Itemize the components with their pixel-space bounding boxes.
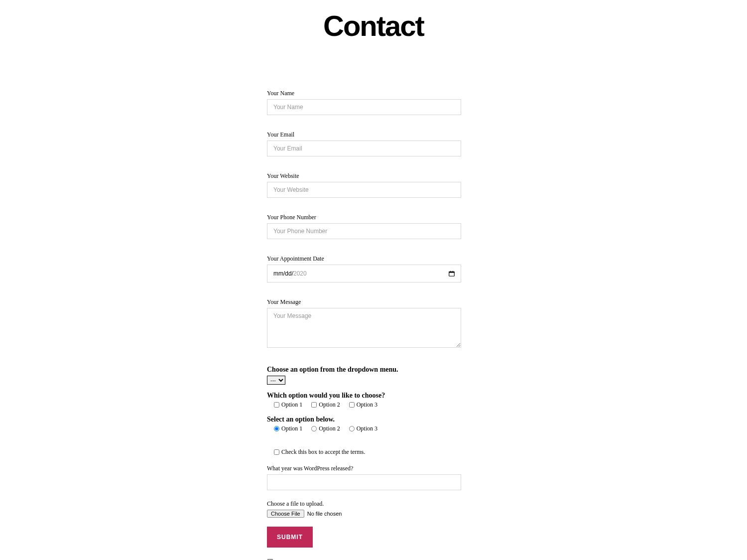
checkbox-1[interactable]	[274, 402, 279, 408]
checkbox-3[interactable]	[349, 402, 355, 408]
radio-2[interactable]	[311, 426, 317, 431]
svg-rect-1	[449, 272, 455, 273]
quiz-label: What year was WordPress released?	[267, 465, 461, 472]
dropdown-select[interactable]: ---	[267, 376, 285, 385]
radio-option-1[interactable]: Option 1	[274, 425, 302, 432]
checkbox-option-3[interactable]: Option 3	[349, 401, 377, 409]
file-status: No file chosen	[307, 511, 342, 517]
email-input[interactable]	[267, 140, 461, 156]
checkbox-option-2[interactable]: Option 2	[311, 401, 340, 409]
name-label: Your Name	[267, 90, 461, 97]
calendar-icon	[449, 271, 455, 277]
phone-label: Your Phone Number	[267, 214, 461, 221]
message-label: Your Message	[267, 298, 461, 306]
quiz-input[interactable]	[267, 474, 461, 490]
contact-form: Your Name Your Email Your Website Your P…	[267, 90, 461, 560]
choose-file-button[interactable]: Choose File	[267, 510, 304, 518]
checkbox-option-1[interactable]: Option 1	[274, 401, 302, 409]
terms-label: Check this box to accept the terms.	[281, 448, 365, 456]
dropdown-heading: Choose an option from the dropdown menu.	[267, 366, 461, 374]
phone-input[interactable]	[267, 223, 461, 239]
radio-heading: Select an option below.	[267, 416, 461, 423]
date-input[interactable]: mm/dd/2020	[267, 265, 461, 282]
date-value: mm/dd/2020	[273, 270, 307, 277]
radio-3[interactable]	[349, 426, 355, 431]
date-label: Your Appointment Date	[267, 255, 461, 263]
page-title: Contact	[0, 9, 747, 42]
radio-3-label: Option 3	[357, 425, 377, 432]
email-label: Your Email	[267, 131, 461, 139]
name-input[interactable]	[267, 99, 461, 115]
checkbox-2-label: Option 2	[319, 401, 340, 409]
radio-option-2[interactable]: Option 2	[311, 425, 340, 432]
message-input[interactable]	[267, 308, 461, 348]
radio-2-label: Option 2	[319, 425, 340, 432]
checkbox-2[interactable]	[311, 402, 317, 408]
radio-option-3[interactable]: Option 3	[349, 425, 377, 432]
checkbox-1-label: Option 1	[281, 401, 302, 409]
file-label: Choose a file to upload.	[267, 500, 461, 508]
terms-checkbox[interactable]	[274, 449, 279, 455]
radio-1-label: Option 1	[281, 425, 302, 432]
checkbox-heading: Which option would you like to choose?	[267, 392, 461, 400]
checkbox-3-label: Option 3	[357, 401, 377, 409]
website-input[interactable]	[267, 182, 461, 198]
submit-button[interactable]: SUBMIT	[267, 527, 313, 548]
website-label: Your Website	[267, 172, 461, 180]
radio-1[interactable]	[274, 426, 279, 431]
